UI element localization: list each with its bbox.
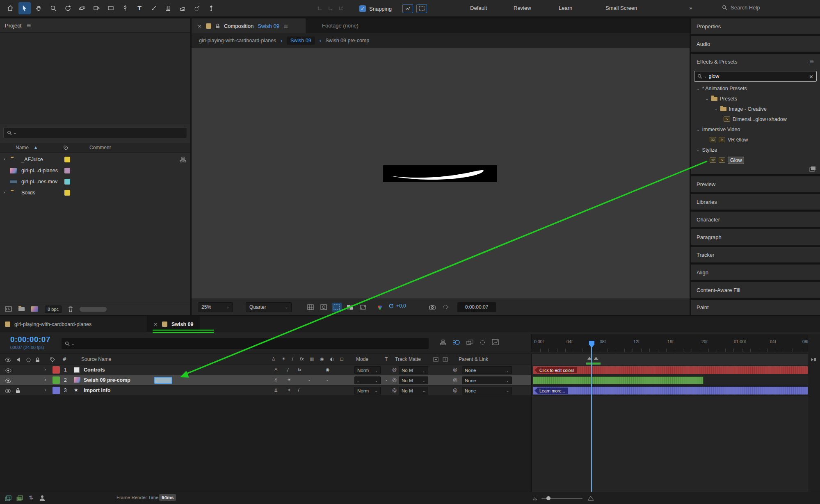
panel-paragraph[interactable]: Paragraph	[691, 229, 820, 245]
layer-name[interactable]: Import info	[84, 388, 110, 393]
new-folder-icon[interactable]	[18, 307, 25, 311]
clear-search-icon[interactable]: ×	[809, 73, 813, 80]
preview-time-display[interactable]: 0:00:00:07	[457, 302, 496, 312]
timeline-tab-inactive[interactable]: girl-playing-with-cardboard-planes	[5, 316, 91, 332]
layer-name[interactable]: Swish 09 pre-comp	[84, 377, 130, 383]
roto-brush-tool[interactable]	[191, 2, 203, 14]
effects-search-input[interactable]	[709, 73, 808, 79]
parent-pickwhip-icon[interactable]: @	[453, 388, 457, 393]
expander-icon[interactable]: ›	[3, 156, 5, 162]
work-area-end-handle[interactable]	[594, 357, 598, 360]
workspace-small-screen[interactable]: Small Screen	[605, 5, 637, 11]
pixel-aspect-button[interactable]	[358, 303, 368, 312]
composition-frame[interactable]	[383, 165, 497, 182]
parent-dropdown[interactable]: None⌄	[462, 387, 512, 395]
mask-visibility-button[interactable]	[319, 303, 329, 312]
tree-item-stylize[interactable]: ⌄ Stylize	[691, 145, 820, 155]
graph-editor-icon[interactable]	[492, 339, 499, 345]
panel-libraries[interactable]: Libraries	[691, 194, 820, 210]
search-options-icon[interactable]: ⌄	[704, 74, 707, 78]
panel-character[interactable]: Character	[691, 212, 820, 227]
effects-search-field[interactable]: ⌄ ×	[694, 71, 817, 82]
expander-icon[interactable]: ›	[44, 387, 46, 393]
new-composition-icon[interactable]	[31, 306, 38, 312]
hand-tool[interactable]	[33, 2, 45, 14]
search-options-icon[interactable]: ⌄	[71, 342, 75, 346]
tree-item-presets[interactable]: ⌄ Presets	[691, 94, 820, 104]
eye-icon[interactable]	[5, 389, 11, 393]
project-row[interactable]: girl-pl...nes.mov	[0, 176, 190, 187]
zoom-slider-handle[interactable]	[546, 496, 550, 500]
motion-blur-switch-icon[interactable]: ◉	[320, 356, 324, 362]
collapse-toggle[interactable]: ☀	[287, 377, 291, 383]
panel-menu-icon[interactable]: ≡	[26, 22, 31, 29]
motion-blur-toggle[interactable]: ◉	[326, 367, 330, 372]
snapshot-button[interactable]	[427, 303, 437, 312]
project-item-name[interactable]: _AEJuice	[21, 157, 43, 162]
tree-item-glow[interactable]: 32 fx Glow	[691, 155, 820, 165]
magnification-dropdown[interactable]: 25%⌄	[198, 302, 233, 312]
project-item-name[interactable]: girl-pl...d-planes	[21, 168, 58, 173]
panel-tracker[interactable]: Tracker	[691, 247, 820, 262]
tab-footage[interactable]: Footage (none)	[322, 23, 359, 29]
layer-duration-bar[interactable]	[533, 376, 704, 384]
interpret-footage-icon[interactable]	[5, 306, 12, 312]
chevron-down-icon[interactable]: ⌄	[697, 128, 700, 132]
timeline-search-input[interactable]: ⌄	[62, 338, 429, 349]
eye-icon[interactable]	[5, 368, 11, 373]
shy-toggle[interactable]: ♙	[274, 367, 278, 372]
local-axis-mode-icon[interactable]	[317, 5, 323, 11]
label-color-chip[interactable]	[64, 190, 70, 196]
resolution-dropdown[interactable]: Quarter⌄	[246, 302, 292, 312]
tree-item-animation-presets[interactable]: ⌄ * Animation Presets	[691, 83, 820, 94]
matte-pickwhip-icon[interactable]: @	[392, 367, 397, 372]
cache-indicator-icon[interactable]	[16, 495, 23, 501]
puppet-pin-tool[interactable]	[205, 2, 217, 14]
effect-switch-icon[interactable]: fx	[299, 356, 304, 362]
matte-pickwhip-icon[interactable]: @	[392, 388, 397, 393]
shape-tool[interactable]	[105, 2, 117, 14]
source-name-column-header[interactable]: Source Name	[81, 356, 111, 362]
workspace-overflow-icon[interactable]: »	[689, 5, 692, 11]
layer-color-chip[interactable]	[53, 387, 60, 394]
timeline-zoom-slider[interactable]	[541, 498, 582, 499]
number-column-header[interactable]: #	[62, 356, 66, 362]
mode-dropdown[interactable]: Norm⌄	[354, 387, 381, 395]
motion-blur-toggle-icon[interactable]	[452, 340, 460, 345]
shy-toggle[interactable]: ♙	[274, 377, 278, 383]
type-tool[interactable]: T	[133, 2, 146, 14]
zoom-tool[interactable]	[47, 2, 59, 14]
camera-tool[interactable]	[76, 2, 88, 14]
layer-name[interactable]: Controls	[84, 367, 105, 373]
composition-flowchart-icon[interactable]	[440, 340, 446, 345]
bar-annotation-label[interactable]: Click to edit colors	[534, 367, 577, 373]
chevron-down-icon[interactable]: ⌄	[697, 87, 700, 91]
audio-column-icon[interactable]	[16, 357, 21, 362]
parent-dropdown[interactable]: None⌄	[462, 366, 512, 374]
layer-row-1[interactable]: › 1 Controls ♙ / fx ◉ Norm⌄ @ No M⌄ @ No…	[0, 365, 820, 375]
world-axis-mode-icon[interactable]	[327, 5, 334, 11]
playhead-line[interactable]	[591, 347, 592, 492]
shy-switch-icon[interactable]: ♙	[272, 356, 276, 362]
breadcrumb-item[interactable]: Swish 09 pre-comp	[325, 38, 369, 43]
label-color-chip[interactable]	[64, 179, 70, 185]
auto-keyframe-icon[interactable]	[480, 340, 486, 345]
column-comment[interactable]: Comment	[89, 145, 111, 151]
workspace-learn[interactable]: Learn	[559, 5, 572, 11]
parent-pickwhip-icon[interactable]: @	[453, 367, 457, 372]
panel-align[interactable]: Align	[691, 265, 820, 280]
toggle-modes-icon[interactable]	[443, 357, 448, 362]
project-search-input[interactable]: ⌄	[3, 127, 187, 138]
tree-item-label-selected[interactable]: Glow	[728, 157, 744, 164]
expand-collapse-icon[interactable]: ⇅	[29, 495, 33, 501]
project-row[interactable]: › _AEJuice	[0, 154, 190, 165]
tree-item-immersive-video[interactable]: ⌄ Immersive Video	[691, 124, 820, 135]
label-color-chip[interactable]	[64, 157, 70, 162]
frame-blend-toggle-icon[interactable]	[466, 340, 473, 345]
eraser-tool[interactable]	[176, 2, 189, 14]
adjustment-switch-icon[interactable]: ◐	[330, 356, 334, 362]
show-snapshot-button[interactable]	[441, 303, 450, 312]
project-item-name[interactable]: girl-pl...nes.mov	[21, 179, 57, 185]
search-options-icon[interactable]: ⌄	[14, 131, 17, 135]
delete-icon[interactable]	[68, 306, 73, 312]
